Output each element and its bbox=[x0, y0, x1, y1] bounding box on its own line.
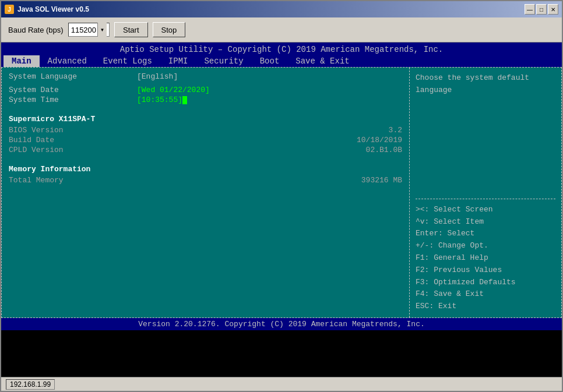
system-time-row: System Time [10:35:55] bbox=[9, 96, 402, 104]
shortcut-f4: F4: Save & Exit bbox=[416, 288, 555, 301]
bios-nav: Main Advanced Event Logs IPMI Security B… bbox=[1, 55, 562, 67]
shortcut-f3: F3: Optimized Defaults bbox=[416, 277, 555, 289]
system-language-value: [English] bbox=[137, 72, 178, 81]
shortcut-esc: ESC: Exit bbox=[416, 301, 555, 313]
system-time-label: System Time bbox=[9, 96, 137, 104]
supermicro-label: Supermicro X11SPA-T bbox=[9, 115, 402, 123]
bios-version-value: 3.2 bbox=[389, 126, 402, 135]
memory-info-label: Memory Information bbox=[9, 165, 402, 174]
cpld-version-label: CPLD Version bbox=[9, 146, 64, 154]
total-memory-label: Total Memory bbox=[9, 176, 64, 185]
system-language-row: System Language [English] bbox=[9, 72, 402, 81]
baud-rate-label: Baud Rate (bps) bbox=[8, 26, 64, 34]
bios-version-row: BIOS Version 3.2 bbox=[9, 126, 402, 135]
start-button[interactable]: Start bbox=[114, 22, 147, 37]
total-memory-row: Total Memory 393216 MB bbox=[9, 176, 402, 185]
shortcut-change-opt: +/-: Change Opt. bbox=[416, 240, 555, 252]
cpld-version-row: CPLD Version 02.B1.0B bbox=[9, 146, 402, 154]
toolbar: Baud Rate (bps) 115200 ▼ Start Stop bbox=[1, 17, 562, 43]
bios-black-strip bbox=[1, 330, 562, 377]
build-date-value: 10/18/2019 bbox=[357, 136, 402, 144]
ip-address-panel: 192.168.1.99 bbox=[6, 379, 55, 390]
bios-header-text: Aptio Setup Utility – Copyright (C) 2019… bbox=[120, 45, 444, 54]
ip-address: 192.168.1.99 bbox=[10, 380, 51, 389]
total-memory-value: 393216 MB bbox=[361, 176, 402, 185]
build-date-label: Build Date bbox=[9, 136, 54, 144]
system-date-label: System Date bbox=[9, 86, 137, 94]
bios-container: Aptio Setup Utility – Copyright (C) 2019… bbox=[1, 43, 562, 377]
bios-version-label: BIOS Version bbox=[9, 126, 64, 135]
tab-event-logs[interactable]: Event Logs bbox=[95, 55, 160, 67]
baud-rate-select[interactable]: 115200 ▼ bbox=[68, 23, 110, 37]
title-bar-left: J Java SOL Viewer v0.5 bbox=[5, 5, 89, 14]
close-button[interactable]: ✕ bbox=[548, 4, 558, 15]
minimize-button[interactable]: — bbox=[525, 4, 535, 15]
window-controls: — □ ✕ bbox=[525, 4, 558, 15]
title-bar: J Java SOL Viewer v0.5 — □ ✕ bbox=[1, 1, 562, 17]
system-time-value: [10:35:55] bbox=[137, 96, 187, 104]
shortcut-f2: F2: Previous Values bbox=[416, 264, 555, 277]
main-window: J Java SOL Viewer v0.5 — □ ✕ Baud Rate (… bbox=[0, 0, 563, 392]
system-date-value: [Wed 01/22/2020] bbox=[137, 86, 210, 94]
bios-left-panel: System Language [English] System Date [W… bbox=[2, 68, 410, 317]
baud-dropdown-arrow-icon[interactable]: ▼ bbox=[97, 23, 107, 37]
bios-footer-text: Version 2.20.1276. Copyright (C) 2019 Am… bbox=[138, 320, 424, 329]
cursor bbox=[182, 96, 187, 104]
system-language-label: System Language bbox=[9, 72, 137, 81]
shortcut-enter: Enter: Select bbox=[416, 228, 555, 240]
shortcut-select-screen: ><: Select Screen bbox=[416, 204, 555, 216]
bios-header: Aptio Setup Utility – Copyright (C) 2019… bbox=[1, 43, 562, 55]
stop-button[interactable]: Stop bbox=[153, 22, 186, 37]
build-date-row: Build Date 10/18/2019 bbox=[9, 136, 402, 144]
baud-rate-value: 115200 bbox=[71, 26, 96, 34]
right-panel-divider bbox=[416, 199, 555, 199]
shortcuts-list: ><: Select Screen ^v: Select Item Enter:… bbox=[416, 204, 555, 313]
status-bar: 192.168.1.99 bbox=[1, 377, 562, 391]
tab-ipmi[interactable]: IPMI bbox=[160, 55, 196, 67]
tab-main[interactable]: Main bbox=[3, 55, 40, 67]
system-date-row: System Date [Wed 01/22/2020] bbox=[9, 86, 402, 94]
bios-footer: Version 2.20.1276. Copyright (C) 2019 Am… bbox=[1, 318, 562, 330]
window-title: Java SOL Viewer v0.5 bbox=[17, 5, 89, 13]
tab-save-exit[interactable]: Save & Exit bbox=[287, 55, 357, 67]
shortcut-f1: F1: General Help bbox=[416, 252, 555, 264]
tab-security[interactable]: Security bbox=[196, 55, 251, 67]
shortcut-select-item: ^v: Select Item bbox=[416, 216, 555, 228]
bios-right-panel: Choose the system default language ><: S… bbox=[410, 68, 561, 317]
tab-advanced[interactable]: Advanced bbox=[40, 55, 95, 67]
maximize-button[interactable]: □ bbox=[536, 4, 547, 15]
cpld-version-value: 02.B1.0B bbox=[366, 146, 402, 154]
bios-help-text: Choose the system default language bbox=[416, 72, 555, 97]
tab-boot[interactable]: Boot bbox=[252, 55, 288, 67]
bios-main: System Language [English] System Date [W… bbox=[1, 67, 562, 318]
app-icon: J bbox=[5, 5, 14, 14]
